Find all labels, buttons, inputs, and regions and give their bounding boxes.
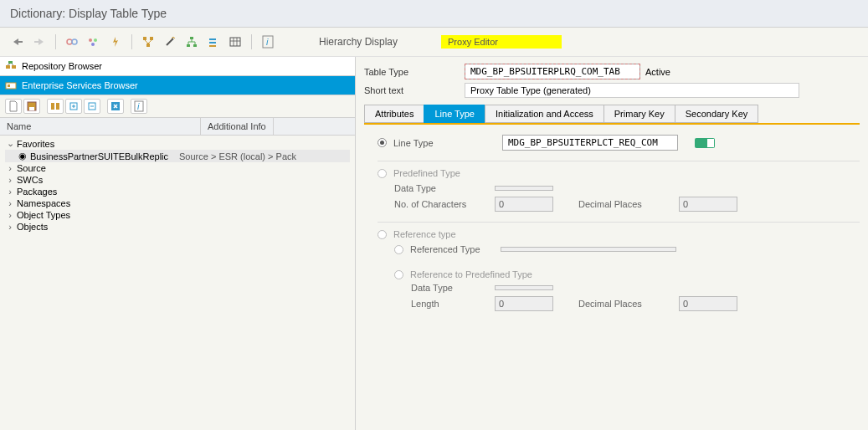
svg-rect-8 bbox=[150, 37, 153, 40]
main-toolbar: i Hierarchy Display Proxy Editor bbox=[0, 28, 868, 57]
left-pane: Repository Browser Enterprise Services B… bbox=[0, 57, 356, 430]
esb-icon bbox=[5, 79, 17, 91]
append-icon[interactable] bbox=[204, 33, 223, 51]
active-status: Active bbox=[640, 65, 675, 79]
collapse-icon[interactable] bbox=[84, 99, 100, 114]
svg-rect-21 bbox=[8, 61, 13, 64]
tree-namespaces[interactable]: ›Namespaces bbox=[5, 197, 350, 209]
svg-text:i: i bbox=[137, 101, 140, 111]
refpredef-datatype-input bbox=[495, 285, 553, 290]
tree-swcs[interactable]: ›SWCs bbox=[5, 174, 350, 186]
hierarchy-display-link[interactable]: Hierarchy Display bbox=[309, 36, 408, 48]
radio-ref-type[interactable] bbox=[394, 245, 403, 254]
repo-browser-label: Repository Browser bbox=[22, 61, 102, 71]
chevron-right-icon[interactable]: › bbox=[5, 198, 15, 208]
predef-decimals-input: 0 bbox=[679, 197, 737, 212]
radio-predefined-label: Predefined Type bbox=[393, 168, 460, 178]
svg-text:i: i bbox=[266, 37, 269, 47]
tab-primary-key[interactable]: Primary Key bbox=[603, 105, 675, 123]
enterprise-services-browser-header[interactable]: Enterprise Services Browser bbox=[0, 76, 355, 95]
save-icon[interactable] bbox=[23, 99, 40, 114]
predef-nochars-input: 0 bbox=[495, 197, 553, 212]
check-icon[interactable] bbox=[85, 33, 103, 51]
tab-init-access[interactable]: Initialization and Access bbox=[485, 105, 604, 123]
col-additional[interactable]: Additional Info bbox=[201, 118, 274, 135]
back-button[interactable] bbox=[8, 33, 27, 51]
hierarchy-icon[interactable] bbox=[182, 33, 201, 51]
svg-rect-23 bbox=[8, 84, 10, 87]
activate-icon[interactable] bbox=[106, 33, 125, 51]
new-icon[interactable] bbox=[5, 99, 22, 114]
short-text-label: Short text bbox=[364, 85, 465, 95]
chevron-down-icon[interactable]: ⌄ bbox=[5, 138, 15, 149]
svg-rect-13 bbox=[209, 38, 216, 40]
chevron-right-icon[interactable]: › bbox=[5, 210, 15, 220]
bullet-icon: ◉ bbox=[17, 151, 28, 161]
svg-point-4 bbox=[89, 38, 92, 42]
svg-rect-27 bbox=[56, 103, 59, 110]
svg-rect-20 bbox=[12, 65, 16, 69]
svg-point-6 bbox=[91, 43, 95, 46]
tree-column-headers: Name Additional Info bbox=[0, 118, 355, 136]
expand-icon[interactable] bbox=[65, 99, 82, 114]
tree-objects[interactable]: ›Objects bbox=[5, 221, 350, 233]
repository-browser-header[interactable]: Repository Browser bbox=[0, 57, 355, 76]
close-btn[interactable] bbox=[107, 99, 124, 114]
radio-line-type[interactable] bbox=[378, 138, 387, 147]
svg-rect-9 bbox=[146, 44, 150, 47]
chevron-right-icon[interactable]: › bbox=[5, 175, 15, 185]
columns-icon[interactable] bbox=[47, 99, 64, 114]
info-icon[interactable]: i bbox=[259, 33, 277, 51]
svg-rect-11 bbox=[187, 44, 190, 47]
proxy-editor-link[interactable]: Proxy Editor bbox=[431, 36, 572, 48]
tree-bp-addl: Source > ESR (local) > Pack bbox=[176, 151, 296, 161]
line-type-switch[interactable] bbox=[695, 138, 715, 148]
svg-point-5 bbox=[94, 38, 97, 42]
tree-toolbar: i bbox=[0, 95, 355, 118]
chevron-right-icon[interactable]: › bbox=[5, 222, 15, 232]
radio-predefined[interactable] bbox=[378, 169, 387, 178]
tree-object-types[interactable]: ›Object Types bbox=[5, 209, 350, 221]
svg-rect-15 bbox=[209, 45, 216, 47]
tree-view: ⌄Favorites ◉ BusinessPartnerSUITEBulkRep… bbox=[0, 136, 355, 234]
esb-label: Enterprise Services Browser bbox=[22, 80, 138, 90]
tab-attributes[interactable]: Attributes bbox=[364, 105, 424, 123]
table-icon[interactable] bbox=[226, 33, 244, 51]
refpredef-datatype-label: Data Type bbox=[411, 283, 495, 293]
predef-datatype-input bbox=[495, 186, 553, 191]
right-pane: Table Type MDG_BP_BPSUITERPLRQ_COM_TAB A… bbox=[356, 57, 868, 430]
radio-reference-label: Reference type bbox=[393, 229, 456, 239]
svg-rect-19 bbox=[6, 65, 10, 69]
radio-ref-predef-label: Reference to Predefined Type bbox=[410, 269, 532, 279]
chevron-right-icon[interactable]: › bbox=[5, 163, 15, 173]
tab-secondary-key[interactable]: Secondary Key bbox=[675, 105, 759, 123]
short-text-value[interactable]: Proxy Table Type (generated) bbox=[465, 83, 799, 98]
table-type-value[interactable]: MDG_BP_BPSUITERPLRQ_COM_TAB bbox=[465, 64, 640, 79]
col-name[interactable]: Name bbox=[0, 118, 201, 135]
predef-nochars-label: No. of Characters bbox=[394, 199, 495, 209]
forward-button[interactable] bbox=[30, 33, 49, 51]
radio-ref-predef[interactable] bbox=[394, 270, 403, 279]
tree-favorites[interactable]: ⌄Favorites bbox=[5, 137, 350, 150]
ref-type-label: Referenced Type bbox=[410, 244, 501, 254]
tab-strip: Attributes Line Type Initialization and … bbox=[364, 105, 860, 125]
svg-rect-25 bbox=[29, 107, 34, 110]
tree-source[interactable]: ›Source bbox=[5, 162, 350, 174]
svg-rect-14 bbox=[209, 42, 216, 44]
tab-line-type[interactable]: Line Type bbox=[424, 105, 485, 123]
refpredef-decimals-label: Decimal Places bbox=[578, 299, 679, 309]
svg-rect-26 bbox=[51, 103, 54, 110]
display-toggle-icon[interactable] bbox=[63, 33, 81, 51]
svg-point-2 bbox=[67, 39, 72, 44]
radio-reference[interactable] bbox=[378, 230, 387, 239]
radio-line-type-label: Line Type bbox=[393, 138, 502, 148]
tree-packages[interactable]: ›Packages bbox=[5, 186, 350, 197]
chevron-right-icon[interactable]: › bbox=[5, 187, 15, 197]
info-btn[interactable]: i bbox=[131, 99, 147, 114]
tree-bp-item[interactable]: ◉ BusinessPartnerSUITEBulkReplic Source … bbox=[5, 150, 350, 162]
line-type-value[interactable]: MDG_BP_BPSUITERPLCT_REQ_COM bbox=[502, 135, 678, 151]
wand-icon[interactable] bbox=[161, 33, 179, 51]
svg-rect-10 bbox=[190, 37, 193, 39]
predef-datatype-label: Data Type bbox=[394, 183, 495, 193]
where-used-icon[interactable] bbox=[139, 33, 157, 51]
